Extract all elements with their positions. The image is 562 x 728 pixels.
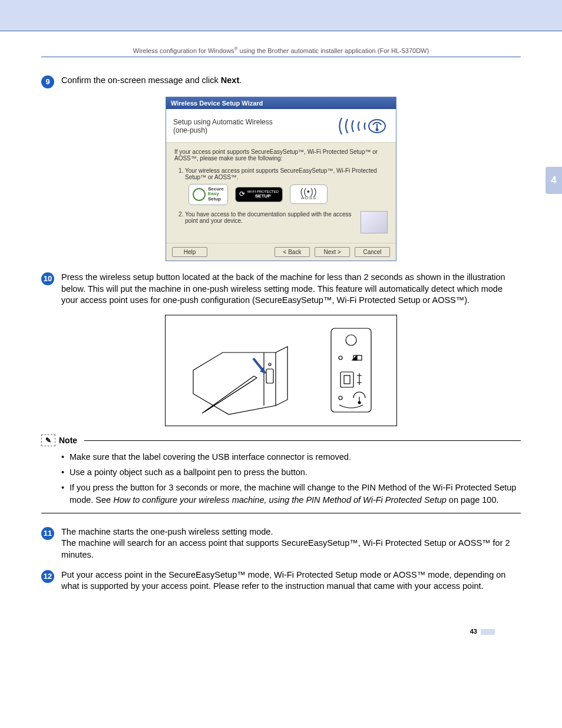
wizard-logo-row: Secure Easy Setup ⟳ WI-FI PROTECTED SETU…: [189, 184, 388, 205]
step-12-text: Put your access point in the SecureEasyS…: [61, 569, 521, 592]
wps-l2: SETUP: [255, 193, 271, 199]
wps-text: WI-FI PROTECTED SETUP: [247, 190, 279, 199]
wizard-dialog: Wireless Device Setup Wizard Setup using…: [166, 97, 396, 261]
page-content: Wireless configuration for Windows® usin…: [0, 31, 562, 666]
step-11-line1: The machine starts the one-push wireless…: [61, 527, 273, 536]
running-head: Wireless configuration for Windows® usin…: [41, 46, 521, 54]
note-bottom-rule: [41, 513, 521, 513]
note-icon: ✎: [41, 434, 55, 446]
svg-rect-10: [340, 372, 353, 387]
note-list: Make sure that the label covering the US…: [61, 451, 521, 506]
step-11-number: 11: [41, 527, 54, 540]
step-9-text: Confirm the on-screen message and click …: [61, 75, 521, 88]
note-item-1: Make sure that the label covering the US…: [61, 451, 521, 463]
wps-logo: ⟳ WI-FI PROTECTED SETUP: [235, 187, 283, 202]
running-head-before: Wireless configuration for Windows: [133, 47, 234, 54]
ses-text: Secure Easy Setup: [208, 187, 224, 202]
svg-point-5: [269, 363, 271, 365]
ses-l2: Easy: [208, 191, 219, 196]
wizard-intro: If your access point supports SecureEasy…: [174, 149, 388, 162]
step-9-bold: Next: [221, 75, 239, 85]
note-item-3: If you press the button for 3 seconds or…: [61, 482, 521, 506]
step-10-text: Press the wireless setup button located …: [61, 272, 521, 307]
wizard-titlebar: Wireless Device Setup Wizard: [166, 97, 396, 109]
svg-point-2: [376, 128, 379, 131]
step-10-number: 10: [41, 272, 54, 285]
ses-ring-icon: [193, 188, 206, 201]
step-9-number: 9: [41, 75, 54, 88]
note-3-italic: How to configure your wireless machine, …: [113, 495, 447, 505]
wizard-item-2: You have access to the documentation sup…: [185, 211, 388, 233]
wizard-body: If your access point supports SecureEasy…: [166, 143, 396, 243]
wizard-item-2-text: You have access to the documentation sup…: [185, 211, 352, 224]
ses-l1: Secure: [208, 186, 224, 192]
step-9-text-a: Confirm the on-screen message and click: [61, 75, 221, 85]
step-12-number: 12: [41, 570, 54, 583]
chapter-tab: 4: [546, 167, 562, 194]
step-11-line2: The machine will search for an access po…: [61, 538, 510, 559]
wizard-header-line2: (one-push): [173, 126, 207, 134]
wizard-header-text: Setup using Automatic Wireless (one-push…: [173, 118, 273, 134]
documentation-icon: [361, 211, 388, 233]
machine-illustration: [165, 315, 397, 426]
note-item-2: Use a pointy object such as a ballpoint …: [61, 466, 521, 478]
cancel-button[interactable]: Cancel: [355, 247, 390, 257]
help-button[interactable]: Help: [172, 247, 207, 257]
note-block: ✎ Note Make sure that the label covering…: [41, 434, 521, 513]
footer: 43: [41, 601, 521, 642]
ses-l3: Setup: [208, 196, 221, 202]
svg-rect-11: [344, 375, 350, 384]
svg-point-14: [358, 401, 361, 404]
step-9: 9 Confirm the on-screen message and clic…: [41, 75, 521, 88]
step-9-text-b: .: [239, 75, 242, 85]
wizard-item-1: Your wireless access point supports Secu…: [185, 167, 388, 205]
svg-point-7: [346, 335, 356, 345]
top-header-bar: [0, 0, 562, 31]
head-rule: [41, 57, 521, 57]
page-number: 43: [470, 628, 477, 635]
wps-arrows-icon: ⟳: [239, 190, 245, 198]
svg-rect-4: [266, 369, 273, 383]
wireless-waves-icon: [333, 115, 389, 137]
aoss-antenna-icon: ((•)): [294, 187, 323, 196]
svg-point-8: [339, 356, 342, 360]
step-10: 10 Press the wireless setup button locat…: [41, 272, 521, 307]
back-button[interactable]: < Back: [275, 247, 310, 257]
note-label: Note: [59, 436, 77, 445]
machine-ports-drawing: [328, 326, 375, 414]
wizard-item-1-text: Your wireless access point supports Secu…: [185, 167, 377, 180]
wizard-button-row: Help < Back Next > Cancel: [166, 243, 396, 261]
note-top-rule: [84, 440, 521, 441]
ses-logo: Secure Easy Setup: [189, 184, 228, 205]
wizard-header: Setup using Automatic Wireless (one-push…: [166, 109, 396, 143]
aoss-text: AOSS: [301, 195, 316, 200]
note-heading: ✎ Note: [41, 434, 521, 446]
wizard-header-line1: Setup using Automatic Wireless: [173, 118, 273, 126]
next-button[interactable]: Next >: [315, 247, 350, 257]
note-3-b: on page 100.: [447, 495, 499, 505]
step-11: 11 The machine starts the one-push wirel…: [41, 526, 521, 561]
svg-point-12: [339, 396, 342, 400]
machine-back-drawing: [187, 323, 317, 417]
svg-rect-6: [331, 328, 371, 412]
running-head-after: using the Brother automatic installer ap…: [238, 47, 429, 54]
aoss-logo: ((•)) AOSS: [290, 185, 328, 204]
step-12: 12 Put your access point in the SecureEa…: [41, 569, 521, 592]
step-11-text: The machine starts the one-push wireless…: [61, 526, 521, 561]
